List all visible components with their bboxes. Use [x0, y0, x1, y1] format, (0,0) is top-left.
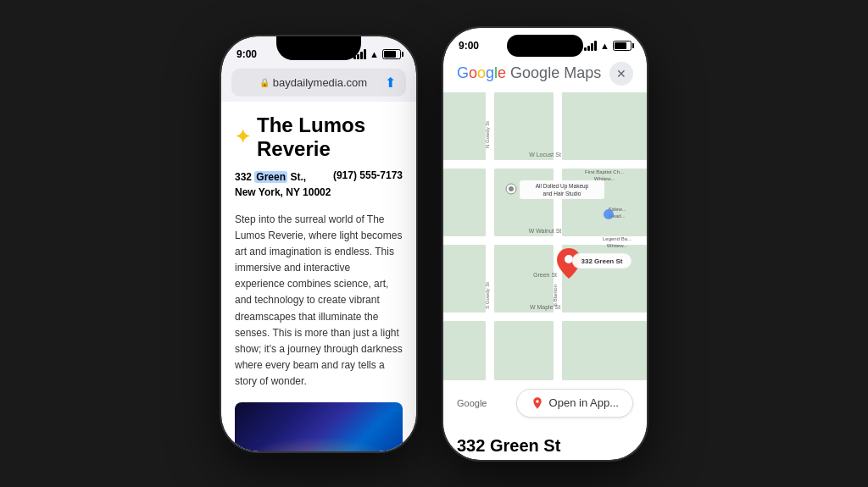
time-right: 9:00 [459, 40, 479, 52]
maps-screen: 9:00 ▲ Google Google Maps ✕ [443, 28, 647, 460]
svg-text:S Blanton: S Blanton [553, 284, 558, 306]
status-icons-left: ▲ [353, 49, 401, 59]
svg-rect-11 [494, 321, 554, 380]
url-container: 🔒 baydailymedia.com [242, 76, 385, 89]
status-icons-right: ▲ [584, 41, 632, 51]
svg-point-31 [565, 255, 573, 263]
svg-point-26 [509, 186, 514, 191]
map-bottom-bar: Google Open in App... [443, 380, 647, 426]
svg-text:Green St: Green St [533, 272, 557, 278]
map-svg: W Locust St W Walnut St Green St W Maple… [443, 92, 647, 380]
svg-rect-2 [494, 92, 554, 160]
page-title: ✦ The Lumos Reverie [235, 113, 403, 161]
svg-text:N Gowdy St: N Gowdy St [485, 120, 490, 147]
address-bottom: 332 Green St [443, 426, 647, 460]
left-phone: 9:00 ▲ 🔒 baydailymedia.com ⬆ [221, 36, 416, 451]
maps-header: Google Google Maps ✕ [443, 55, 647, 92]
maps-app-icon [531, 396, 544, 410]
svg-rect-10 [443, 321, 486, 380]
google-maps-logo: Google Google Maps [457, 64, 601, 82]
battery-icon-left [382, 49, 401, 59]
city-state: New York, NY 10002 [235, 185, 331, 200]
svg-rect-4 [443, 169, 486, 236]
svg-text:W Locust St: W Locust St [529, 152, 561, 158]
wifi-icon-left: ▲ [370, 49, 379, 59]
share-icon[interactable]: ⬆ [385, 75, 396, 91]
svg-rect-7 [443, 245, 486, 313]
google-branding: Google [457, 398, 487, 408]
dynamic-island [507, 35, 583, 57]
map-area[interactable]: W Locust St W Walnut St Green St W Maple… [443, 92, 647, 380]
svg-text:Legend Ba...: Legend Ba... [603, 236, 632, 241]
svg-text:Whitew...: Whitew... [607, 243, 628, 248]
svg-rect-17 [554, 92, 562, 380]
svg-rect-3 [562, 92, 647, 160]
open-in-app-label: Open in App... [549, 396, 619, 409]
lock-icon: 🔒 [259, 78, 270, 87]
svg-rect-12 [562, 321, 647, 380]
browser-content: ✦ The Lumos Reverie 332 Green St., New Y… [221, 102, 416, 451]
svg-text:W Walnut St: W Walnut St [529, 228, 562, 234]
svg-text:First Baptist Ch...: First Baptist Ch... [585, 169, 624, 174]
phone-number[interactable]: (917) 555-7173 [333, 169, 403, 200]
address-bar[interactable]: 🔒 baydailymedia.com ⬆ [231, 69, 406, 97]
svg-rect-13 [443, 160, 647, 169]
signal-icon-right [584, 41, 597, 51]
url-text: baydailymedia.com [273, 76, 367, 89]
sparkle-icon: ✦ [235, 126, 250, 148]
street-address: 332 Green St., [235, 169, 331, 185]
svg-rect-5 [494, 169, 554, 236]
notch [276, 36, 361, 60]
description-text: Step into the surreal world of The Lumos… [235, 212, 403, 390]
svg-rect-15 [443, 313, 647, 321]
battery-icon-right [613, 41, 632, 51]
svg-text:332 Green St: 332 Green St [581, 257, 623, 265]
svg-rect-8 [494, 245, 554, 313]
address-phone-row: 332 Green St., New York, NY 10002 (917) … [235, 169, 403, 200]
svg-text:and Hair Studio: and Hair Studio [543, 191, 581, 196]
image-preview [235, 402, 403, 451]
right-phone: 9:00 ▲ Google Google Maps ✕ [443, 28, 647, 460]
address-block: 332 Green St., New York, NY 10002 [235, 169, 331, 200]
wifi-icon-right: ▲ [600, 41, 609, 51]
time-left: 9:00 [236, 48, 257, 60]
browser-screen: 9:00 ▲ 🔒 baydailymedia.com ⬆ [221, 36, 416, 451]
svg-text:S Gowdy St: S Gowdy St [485, 281, 490, 308]
svg-text:Whitew...: Whitew... [594, 176, 615, 181]
svg-rect-1 [443, 92, 486, 160]
close-button[interactable]: ✕ [609, 62, 633, 86]
svg-text:All Dolled Up Makeup: All Dolled Up Makeup [536, 183, 589, 190]
open-in-app-button[interactable]: Open in App... [516, 389, 633, 418]
svg-point-38 [604, 209, 614, 219]
